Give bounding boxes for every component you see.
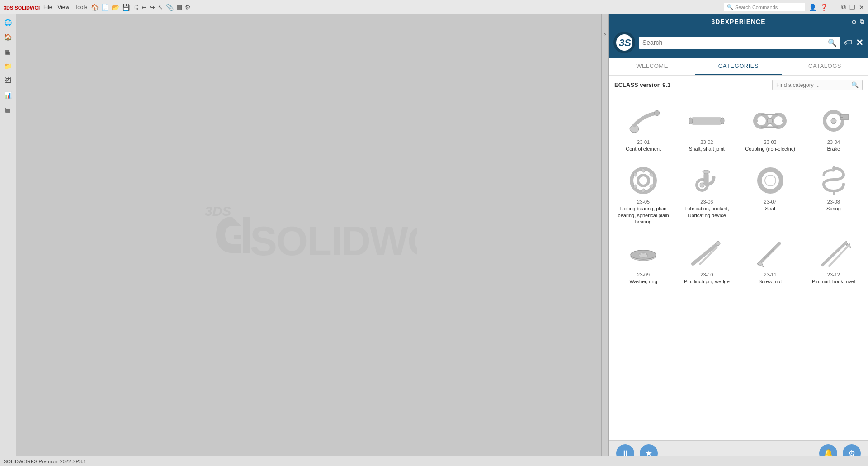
category-item-23-10[interactable]: 23-10 Pin, linch pin, wedge: [676, 232, 737, 290]
category-search-icon[interactable]: 🔍: [851, 81, 859, 88]
redo-icon[interactable]: ↪: [150, 4, 155, 11]
cat-name-23-09: Washer, ring: [629, 278, 657, 285]
svg-point-21: [638, 175, 649, 186]
svg-rect-6: [691, 118, 722, 124]
undo-icon[interactable]: ↩: [142, 4, 147, 11]
help-icon[interactable]: ❓: [820, 4, 828, 11]
sidebar-layers-icon[interactable]: ▦: [2, 45, 14, 58]
category-filter-row: ECLASS version 9.1 🔍: [609, 76, 868, 94]
category-item-23-07[interactable]: 23-07 Seal: [740, 159, 801, 230]
print-icon[interactable]: 🖨: [132, 4, 139, 11]
tab-catalogs[interactable]: CATALOGS: [782, 58, 868, 75]
user-icon[interactable]: 👤: [809, 4, 816, 11]
restore-icon[interactable]: ⧉: [841, 3, 846, 11]
sw-icons-right: 👤 ❓ — ⧉ ❐ ✕: [809, 3, 864, 11]
category-item-23-04[interactable]: 23-04 Brake: [803, 100, 864, 157]
category-item-23-12[interactable]: 23-12 Pin, nail, hook, rivet: [803, 232, 864, 290]
svg-text:SOLIDWOR: SOLIDWOR: [250, 219, 417, 264]
sidebar-table-icon[interactable]: ▤: [2, 103, 14, 116]
panel-settings-icon[interactable]: ⚙: [851, 19, 857, 25]
sidebar-chart-icon[interactable]: 📊: [2, 89, 14, 101]
cat-img-23-02: [689, 105, 725, 137]
panel-tag-button[interactable]: 🏷: [844, 38, 852, 48]
search-commands-label: Search Commands: [735, 5, 778, 10]
sw-canvas: 3DS SOLIDWOR: [16, 14, 601, 466]
sw-toolbar: 🏠 📄 📂 💾 🖨 ↩ ↪ ↖ 📎 ▤ ⚙: [91, 4, 191, 11]
sidebar-image-icon[interactable]: 🖼: [2, 74, 14, 87]
status-text: SOLIDWORKS Premium 2022 SP3.1: [4, 459, 86, 464]
close-app-icon[interactable]: ✕: [859, 4, 864, 11]
category-item-23-08[interactable]: 23-08 Spring: [803, 159, 864, 230]
panel-search-input[interactable]: [642, 39, 828, 46]
cat-code-23-01: 23-01: [637, 139, 650, 145]
sidebar-folder-icon[interactable]: 📁: [2, 60, 14, 72]
ds-logo-inner: 3S: [616, 34, 632, 51]
cat-img-23-05: [625, 165, 661, 196]
panel-search-button[interactable]: 🔍: [828, 38, 837, 47]
svg-point-39: [639, 254, 648, 257]
main-area: 🌐 🏠 ▦ 📁 🖼 📊 ▤ 3DS SOLIDWOR »: [0, 14, 868, 466]
category-item-23-01[interactable]: 23-01 Control element: [613, 100, 674, 157]
category-search-wrap[interactable]: 🔍: [772, 80, 863, 90]
cat-code-23-09: 23-09: [637, 272, 650, 277]
sw-search-box[interactable]: 🔍 Search Commands: [724, 3, 805, 11]
panel-close-button[interactable]: ✕: [856, 37, 863, 48]
categories-scroll-area[interactable]: 23-01 Control element 23-02 Shaft,: [609, 94, 868, 440]
open-icon[interactable]: 📂: [112, 4, 119, 11]
svg-line-40: [693, 243, 718, 264]
svg-point-22: [642, 169, 645, 172]
svg-point-27: [633, 173, 637, 176]
panel-search-wrap[interactable]: 🔍: [639, 37, 840, 49]
home-icon[interactable]: 🏠: [91, 4, 99, 11]
cat-name-23-01: Control element: [626, 146, 661, 152]
save-icon[interactable]: 💾: [122, 4, 130, 11]
collapse-panel-btn[interactable]: »: [601, 14, 609, 466]
sidebar-home-icon[interactable]: 🏠: [2, 31, 14, 43]
maximize-icon[interactable]: ❐: [849, 4, 855, 11]
category-item-23-06[interactable]: 23-06 Lubrication, coolant, lubricating …: [676, 159, 737, 230]
category-item-23-03[interactable]: 23-03 Coupling (non-electric): [740, 100, 801, 157]
cat-code-23-12: 23-12: [827, 272, 840, 277]
panel-header-icons: ⚙ ⧉: [851, 18, 864, 25]
cat-code-23-07: 23-07: [764, 199, 777, 204]
category-item-23-05[interactable]: 23-05 Rolling bearing, plain bearing, sp…: [613, 159, 674, 230]
panel-tabs: WELCOME CATEGORIES CATALOGS: [609, 58, 868, 76]
menu-view[interactable]: View: [57, 4, 69, 10]
minimize-icon[interactable]: —: [831, 4, 838, 11]
view-icon[interactable]: ▤: [176, 4, 182, 11]
cat-code-23-02: 23-02: [700, 139, 713, 145]
menu-file[interactable]: File: [43, 4, 52, 10]
category-item-23-09[interactable]: 23-09 Washer, ring: [613, 232, 674, 290]
categories-grid: 23-01 Control element 23-02 Shaft,: [611, 98, 866, 292]
options-icon[interactable]: ⚙: [185, 4, 191, 11]
category-item-23-02[interactable]: 23-02 Shaft, shaft joint: [676, 100, 737, 157]
svg-point-17: [831, 118, 836, 124]
panel-header: 3DEXPERIENCE ⚙ ⧉: [609, 14, 868, 29]
category-item-23-11[interactable]: 23-11 Screw, nut: [740, 232, 801, 290]
category-search-input[interactable]: [776, 82, 851, 88]
panel-detach-icon[interactable]: ⧉: [860, 18, 864, 25]
canvas-solidworks-logo: 3DS SOLIDWOR: [200, 203, 417, 277]
sidebar-globe-icon[interactable]: 🌐: [2, 16, 14, 29]
cat-code-23-05: 23-05: [637, 199, 650, 204]
select-icon[interactable]: ↖: [158, 4, 163, 11]
cat-code-23-10: 23-10: [700, 272, 713, 277]
svg-point-25: [642, 189, 645, 192]
sw-statusbar: SOLIDWORKS Premium 2022 SP3.1: [0, 456, 868, 466]
tab-welcome[interactable]: WELCOME: [609, 58, 695, 75]
panel-3dx: 3DEXPERIENCE ⚙ ⧉ 3S 🔍 🏷 ✕: [609, 14, 868, 466]
tab-categories[interactable]: CATEGORIES: [695, 58, 782, 75]
ds-logo-button[interactable]: 3S: [613, 32, 635, 53]
cat-name-23-07: Seal: [765, 205, 775, 212]
new-icon[interactable]: 📄: [101, 4, 109, 11]
menu-tools[interactable]: Tools: [75, 4, 87, 10]
attach-icon[interactable]: 📎: [166, 4, 174, 11]
svg-text:3DS: 3DS: [205, 204, 231, 219]
cat-name-23-04: Brake: [827, 146, 840, 152]
svg-point-8: [721, 118, 724, 124]
cat-img-23-07: [752, 165, 788, 196]
cat-img-23-08: [816, 165, 852, 196]
cat-name-23-03: Coupling (non-electric): [745, 146, 795, 152]
cat-img-23-12: [816, 238, 852, 269]
cat-img-23-04: [816, 105, 852, 137]
